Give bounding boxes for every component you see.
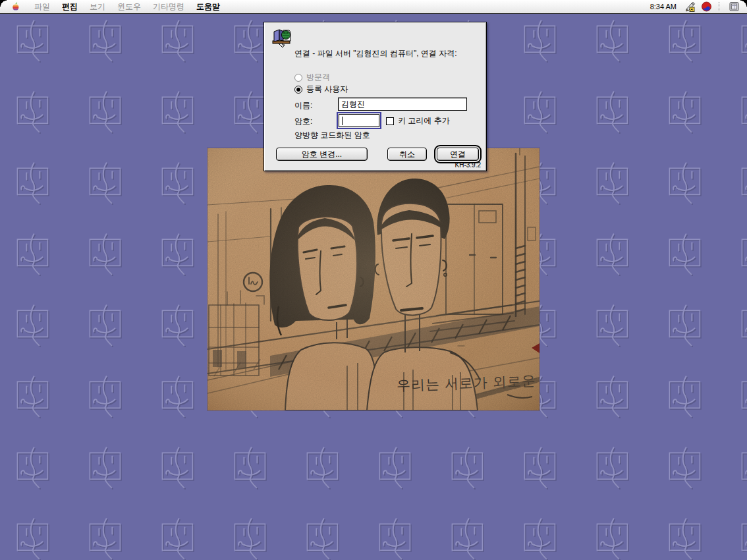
password-label: 암호: (294, 116, 312, 127)
radio-registered-label: 등록 사용자 (306, 84, 348, 95)
apple-menu-icon[interactable] (11, 2, 20, 12)
menu-view[interactable]: 보기 (84, 0, 111, 14)
password-focus-ring (337, 112, 381, 129)
screen-corner-left (0, 0, 7, 7)
menu-file[interactable]: 파일 (28, 0, 56, 14)
menu-divider (719, 2, 721, 11)
keychain-checkbox[interactable] (386, 117, 394, 125)
menu-edit[interactable]: 편집 (56, 0, 84, 14)
name-input[interactable] (338, 98, 467, 111)
application-menu-icon (729, 1, 740, 12)
radio-guest-label: 방문객 (306, 72, 330, 83)
korean-ime-taegeuk-icon[interactable] (701, 1, 712, 12)
text-caret (342, 117, 343, 125)
screen-corner-right (740, 0, 747, 7)
menu-window[interactable]: 윈도우 (111, 0, 147, 14)
password-input[interactable] (339, 114, 379, 127)
radio-registered-circle[interactable] (294, 86, 302, 94)
input-method-pencil-icon[interactable] (684, 1, 696, 12)
connect-button[interactable]: 연결 (437, 148, 479, 161)
keychain-checkbox-row[interactable]: 키 고리에 추가 (386, 115, 450, 126)
menu-clock[interactable]: 8:34 AM (650, 3, 679, 11)
sketch-artwork: 우리는 서로가 외로운 사람들 (208, 148, 540, 410)
keychain-checkbox-label: 키 고리에 추가 (398, 115, 450, 126)
radio-guest-circle[interactable] (294, 74, 302, 82)
menu-right: 8:34 AM (650, 1, 747, 12)
screen: 우리는 서로가 외로운 사람들 연결 - 파일 서버 "김형진의 컴퓨터", 연… (0, 0, 747, 560)
version-label: KH-3.9.2 (455, 161, 481, 169)
dialog-title: 연결 - 파일 서버 "김형진의 컴퓨터", 연결 자격: (294, 49, 482, 58)
application-menu[interactable] (727, 1, 740, 12)
menu-left: 파일 편집 보기 윈도우 기타명령 도움말 (0, 0, 226, 14)
change-password-button[interactable]: 암호 변경... (276, 148, 368, 161)
name-label: 이름: (294, 100, 312, 111)
default-button-ring: 연결 (434, 145, 482, 163)
radio-registered-user[interactable]: 등록 사용자 (294, 84, 348, 95)
password-encryption-note: 양방향 코드화된 암호 (294, 130, 370, 141)
desktop-picture-sketch: 우리는 서로가 외로운 사람들 (208, 148, 540, 410)
radio-guest[interactable]: 방문객 (294, 72, 330, 83)
menu-bar: 파일 편집 보기 윈도우 기타명령 도움말 8:34 AM (0, 0, 747, 14)
appleshare-file-server-icon (271, 26, 293, 49)
menu-help[interactable]: 도움말 (190, 0, 226, 14)
cancel-button[interactable]: 취소 (387, 148, 427, 161)
connect-dialog: 연결 - 파일 서버 "김형진의 컴퓨터", 연결 자격: 방문객 등록 사용자… (263, 22, 487, 171)
menu-other-commands[interactable]: 기타명령 (147, 0, 190, 14)
